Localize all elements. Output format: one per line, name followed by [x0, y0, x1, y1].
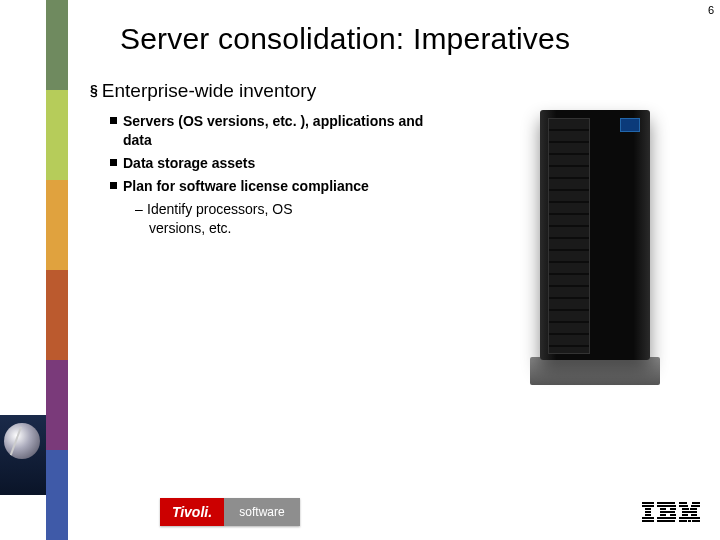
svg-rect-7 — [657, 502, 675, 504]
section-heading: §Enterprise-wide inventory — [90, 80, 316, 102]
svg-rect-15 — [657, 520, 675, 522]
sub-bullet-text: Identify processors, OS — [147, 201, 293, 217]
svg-rect-22 — [682, 511, 697, 513]
slide-title: Server consolidation: Imperatives — [120, 22, 570, 56]
svg-rect-27 — [679, 520, 687, 522]
svg-rect-3 — [645, 511, 651, 513]
svg-rect-21 — [690, 508, 697, 510]
svg-rect-6 — [642, 520, 654, 522]
svg-rect-0 — [642, 502, 654, 504]
footer: Tivoli. software — [160, 490, 710, 526]
svg-rect-13 — [670, 514, 676, 516]
sub-bullet-text-cont: versions, etc. — [135, 219, 415, 238]
color-stripe-icon — [46, 0, 68, 540]
svg-rect-2 — [645, 508, 651, 510]
svg-rect-9 — [660, 508, 666, 510]
svg-rect-11 — [660, 511, 675, 513]
svg-rect-4 — [645, 514, 651, 516]
svg-rect-10 — [670, 508, 676, 510]
square-bullet-icon — [110, 159, 117, 166]
bullet-text: Data storage assets — [123, 154, 440, 173]
svg-rect-1 — [642, 505, 654, 507]
square-bullet-icon: § — [90, 82, 98, 98]
content-area: Server consolidation: Imperatives §Enter… — [80, 0, 720, 540]
svg-rect-28 — [692, 520, 700, 522]
sub-bullet: –Identify processors, OS versions, etc. — [135, 200, 415, 238]
list-item: Data storage assets — [110, 154, 440, 173]
svg-rect-29 — [688, 517, 691, 519]
svg-rect-20 — [682, 508, 689, 510]
svg-rect-12 — [660, 514, 666, 516]
svg-rect-8 — [657, 505, 676, 507]
tivoli-logo: Tivoli. software — [160, 498, 300, 526]
square-bullet-icon — [110, 117, 117, 124]
slide: 6 Server consolidation: Imperatives §Ent… — [0, 0, 720, 540]
svg-rect-18 — [679, 505, 688, 507]
satellite-dish-icon — [0, 415, 46, 495]
svg-rect-5 — [642, 517, 654, 519]
svg-rect-16 — [679, 502, 687, 504]
square-bullet-icon — [110, 182, 117, 189]
svg-rect-17 — [692, 502, 700, 504]
sidebar — [0, 0, 68, 540]
ibm-logo-icon — [642, 502, 700, 524]
svg-rect-19 — [691, 505, 700, 507]
tivoli-brand-text: Tivoli. — [160, 498, 224, 526]
svg-rect-24 — [691, 514, 697, 516]
server-rack-icon — [530, 110, 660, 385]
svg-rect-26 — [691, 517, 700, 519]
dash-bullet-icon: – — [135, 200, 147, 219]
svg-rect-23 — [682, 514, 688, 516]
svg-rect-30 — [688, 520, 691, 522]
bullet-list: Servers (OS versions, etc. ), applicatio… — [110, 112, 440, 200]
heading-text: Enterprise-wide inventory — [102, 80, 316, 101]
svg-rect-14 — [657, 517, 676, 519]
tivoli-sub-text: software — [224, 498, 300, 526]
svg-rect-25 — [679, 517, 688, 519]
list-item: Servers (OS versions, etc. ), applicatio… — [110, 112, 440, 150]
bullet-text: Servers (OS versions, etc. ), applicatio… — [123, 112, 440, 150]
list-item: Plan for software license compliance — [110, 177, 440, 196]
bullet-text: Plan for software license compliance — [123, 177, 440, 196]
